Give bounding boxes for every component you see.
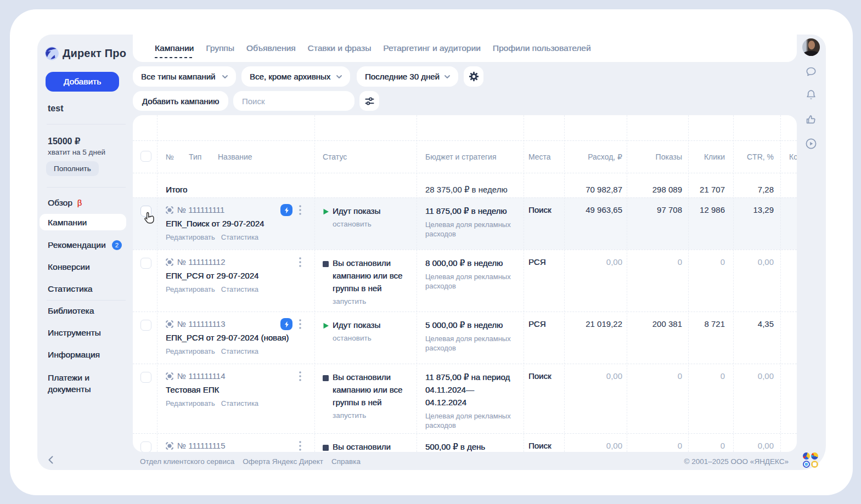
statistics-link[interactable]: Статистика (221, 233, 258, 241)
sidebar-item-tools[interactable]: Инструменты (48, 328, 101, 338)
search-box (233, 91, 354, 111)
boost-badge[interactable] (280, 204, 292, 216)
sidebar-item-overview[interactable]: Обзор β (48, 198, 82, 208)
campaign-type-filter[interactable]: Все типы кампаний (133, 66, 236, 87)
select-all-checkbox[interactable] (140, 151, 151, 162)
sidebar-item-campaigns[interactable]: Кампании (48, 218, 87, 228)
search-input[interactable] (233, 91, 354, 111)
campaign-type-icon (166, 320, 173, 328)
app-logo[interactable]: Директ Про (45, 47, 126, 60)
sidebar-collapse-button[interactable] (47, 455, 55, 465)
service-icon-2[interactable] (811, 452, 818, 460)
clicks-value: 0 (688, 257, 725, 267)
topup-button[interactable]: Пополнить (46, 161, 99, 176)
archive-filter-label: Все, кроме архивных (250, 72, 330, 81)
chat-icon[interactable] (804, 65, 818, 78)
sidebar-item-library[interactable]: Библиотека (48, 306, 94, 316)
service-icon-4[interactable] (811, 461, 818, 468)
statistics-link[interactable]: Статистика (221, 399, 258, 407)
tab-groups[interactable]: Группы (206, 43, 234, 53)
row-menu-icon[interactable] (299, 257, 301, 268)
campaign-name[interactable]: ЕПК_РСЯ от 29-07-2024 (новая) (166, 333, 311, 342)
status-action-link[interactable]: запустить (333, 411, 406, 420)
column-header-places[interactable]: Места (528, 152, 551, 161)
row-separator (133, 140, 797, 141)
boost-badge[interactable] (280, 318, 292, 330)
thumbs-up-icon[interactable] (804, 113, 818, 126)
statistics-link[interactable]: Статистика (221, 285, 258, 293)
service-icon-3[interactable] (803, 461, 810, 468)
footer-link-support[interactable]: Отдел клиентского сервиса (140, 457, 234, 466)
ctr-value: 0,00 (733, 371, 774, 381)
status-action-link[interactable]: остановить (333, 334, 406, 342)
tab-ads[interactable]: Объявления (246, 43, 296, 53)
column-header-ctr[interactable]: CTR, % (733, 152, 774, 161)
sidebar-item-recommendations[interactable]: Рекомендации (48, 240, 106, 250)
edit-link[interactable]: Редактировать (166, 233, 215, 241)
play-video-icon[interactable] (804, 137, 818, 150)
clicks-value: 0 (688, 371, 725, 381)
row-menu-icon[interactable] (299, 440, 301, 451)
column-header-type[interactable]: Тип (189, 152, 201, 161)
status-action-link[interactable]: остановить (333, 220, 406, 228)
row-checkbox[interactable] (140, 441, 151, 452)
archive-filter[interactable]: Все, кроме архивных (241, 66, 350, 87)
campaign-links: Редактировать Статистика (166, 399, 311, 407)
add-campaign-button[interactable]: Добавить кампанию (133, 91, 228, 111)
edit-link[interactable]: Редактировать (166, 347, 215, 355)
sidebar-item-information[interactable]: Информация (48, 350, 100, 360)
row-checkbox[interactable] (140, 206, 151, 217)
column-separator (780, 115, 781, 452)
campaign-links: Редактировать Статистика (166, 347, 311, 355)
tab-campaigns[interactable]: Кампании (155, 43, 194, 53)
app-title: Директ Про (63, 47, 126, 60)
period-filter-label: Последние 30 дней (365, 72, 440, 81)
bell-icon[interactable] (804, 88, 818, 101)
column-header-budget[interactable]: Бюджет и стратегия (425, 152, 496, 161)
sidebar-item-payments[interactable]: Платежи и документы (48, 372, 109, 382)
row-menu-icon[interactable] (299, 205, 301, 216)
tab-bids-phrases[interactable]: Ставки и фразы (308, 43, 372, 53)
status-cell: Вы остановили (323, 443, 406, 452)
column-header-name[interactable]: Название (218, 152, 252, 161)
column-header-number[interactable]: № (166, 152, 174, 161)
column-separator (417, 115, 417, 452)
user-avatar[interactable] (802, 38, 820, 56)
table-filter-button[interactable] (359, 91, 379, 111)
status-text: Вы остановили кампанию или все группы в … (333, 371, 406, 409)
row-checkbox[interactable] (140, 320, 151, 331)
sidebar-item-conversions[interactable]: Конверсии (48, 262, 90, 272)
footer-link-help[interactable]: Справка (331, 457, 361, 466)
sidebar-item-statistics[interactable]: Статистика (48, 284, 92, 294)
lightning-icon (284, 321, 290, 328)
row-checkbox[interactable] (140, 372, 151, 383)
column-header-clicks[interactable]: Клики (688, 152, 725, 161)
status-cell: Идут показы остановить (323, 207, 406, 228)
footer-link-offer[interactable]: Оферта Яндекс Директ (243, 457, 323, 466)
column-header-status[interactable]: Статус (323, 152, 347, 161)
tab-retargeting[interactable]: Ретаргетинг и аудитории (383, 43, 480, 53)
period-filter[interactable]: Последние 30 дней (357, 66, 458, 87)
campaign-name[interactable]: ЕПК_РСЯ от 29-07-2024 (166, 271, 311, 280)
row-checkbox[interactable] (140, 258, 151, 269)
campaign-links: Редактировать Статистика (166, 233, 311, 241)
sidebar-item-label: Информация (48, 350, 100, 360)
tab-user-profiles[interactable]: Профили пользователей (493, 43, 591, 53)
sidebar-item-label: Рекомендации (48, 240, 106, 250)
column-header-shows[interactable]: Показы (627, 152, 682, 161)
edit-link[interactable]: Редактировать (166, 399, 215, 407)
row-menu-icon[interactable] (299, 319, 301, 330)
campaign-name[interactable]: ЕПК_Поиск от 29-07-2024 (166, 219, 311, 228)
row-menu-icon[interactable] (299, 371, 301, 382)
edit-link[interactable]: Редактировать (166, 285, 215, 293)
service-icon-1[interactable] (803, 452, 810, 460)
settings-button[interactable] (464, 66, 483, 87)
sidebar-item-label: Платежи и документы (48, 372, 109, 395)
status-action-link[interactable]: запустить (333, 297, 406, 305)
column-header-spend[interactable]: Расход, ₽ (564, 152, 622, 161)
name-cell: № 111111112 ЕПК_РСЯ от 29-07-2024 Редакт… (166, 257, 311, 293)
campaign-name[interactable]: Тестовая ЕПК (166, 385, 311, 394)
statistics-link[interactable]: Статистика (221, 347, 258, 355)
column-header-conversions[interactable]: Конверсии (789, 152, 797, 161)
add-button[interactable]: Добавить (46, 72, 119, 92)
